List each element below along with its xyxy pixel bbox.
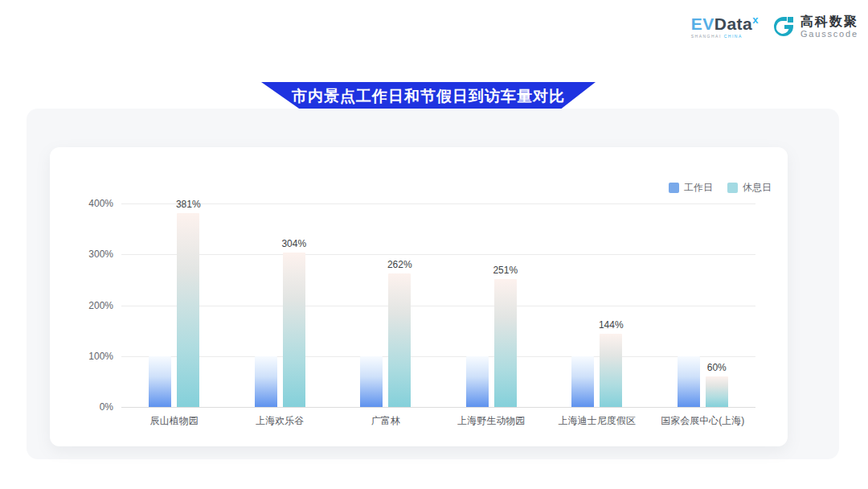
- chart-plot-area: 0%100%200%300%400%381%辰山植物园304%上海欢乐谷262%…: [121, 203, 755, 407]
- bar-group: 262%广富林: [360, 203, 411, 407]
- gausscode-en: Gausscode: [800, 29, 858, 39]
- x-axis-category-label: 上海野生动物园: [457, 414, 525, 428]
- gausscode-cn: 高科数聚: [800, 14, 858, 29]
- bar-group: 381%辰山植物园: [149, 203, 199, 407]
- gausscode-g-icon: [772, 14, 796, 39]
- bar-group: 60%国家会展中心(上海): [678, 203, 728, 407]
- legend-swatch: [727, 183, 738, 193]
- bar-workday[interactable]: [678, 356, 700, 407]
- page-title: 市内景点工作日和节假日到访车量对比: [292, 86, 565, 107]
- y-axis-tick: 400%: [88, 198, 113, 209]
- evdata-subtext: SHANGHAI CHINA: [691, 35, 759, 39]
- y-axis-tick: 300%: [88, 249, 113, 260]
- legend-item-休息日[interactable]: 休息日: [727, 181, 772, 195]
- bar-workday[interactable]: [360, 356, 383, 407]
- bar-group: 304%上海欢乐谷: [255, 203, 305, 407]
- legend-label: 休息日: [743, 181, 772, 195]
- chart-legend: 工作日休息日: [669, 181, 772, 195]
- bar-value-label: 262%: [387, 259, 412, 270]
- bar-restday[interactable]: 304%: [283, 253, 305, 407]
- legend-item-工作日[interactable]: 工作日: [669, 181, 713, 195]
- y-axis-tick: 0%: [100, 401, 113, 413]
- bar-group: 144%上海迪士尼度假区: [571, 203, 622, 407]
- page: EVDatax SHANGHAI CHINA 高科数聚 Gausscode 市内…: [0, 0, 868, 489]
- y-axis-tick: 200%: [88, 300, 113, 311]
- legend-label: 工作日: [684, 181, 713, 195]
- bar-value-label: 144%: [599, 319, 624, 331]
- x-axis-category-label: 上海迪士尼度假区: [559, 414, 636, 428]
- gridline-0%: [121, 407, 755, 408]
- bar-value-label: 304%: [281, 238, 306, 249]
- legend-swatch: [669, 183, 679, 193]
- bar-restday[interactable]: 381%: [177, 213, 199, 407]
- bar-workday[interactable]: [255, 356, 277, 407]
- chart-panel: 工作日休息日 0%100%200%300%400%381%辰山植物园304%上海…: [27, 109, 839, 459]
- bar-workday[interactable]: [571, 356, 594, 407]
- bar-workday[interactable]: [149, 356, 171, 407]
- bar-restday[interactable]: 251%: [494, 279, 517, 407]
- bar-restday[interactable]: 60%: [706, 376, 728, 407]
- x-axis-category-label: 辰山植物园: [150, 414, 199, 428]
- x-axis-category-label: 国家会展中心(上海): [661, 414, 744, 428]
- chart-card: 工作日休息日 0%100%200%300%400%381%辰山植物园304%上海…: [50, 147, 788, 446]
- bar-value-label: 60%: [707, 362, 727, 373]
- bar-restday[interactable]: 144%: [600, 334, 622, 407]
- evdata-wordmark: EVDatax: [691, 14, 759, 32]
- logo-bar: EVDatax SHANGHAI CHINA 高科数聚 Gausscode: [691, 14, 858, 39]
- bar-groups: 381%辰山植物园304%上海欢乐谷262%广富林251%上海野生动物园144%…: [121, 203, 755, 407]
- evdata-logo: EVDatax SHANGHAI CHINA: [691, 14, 759, 39]
- bar-value-label: 251%: [493, 265, 518, 276]
- x-axis-category-label: 上海欢乐谷: [256, 414, 304, 428]
- x-axis-category-label: 广富林: [371, 414, 400, 428]
- bar-restday[interactable]: 262%: [388, 273, 411, 407]
- gausscode-logo: 高科数聚 Gausscode: [772, 14, 858, 39]
- y-axis-tick: 100%: [88, 351, 113, 362]
- bar-workday[interactable]: [466, 356, 489, 407]
- bar-group: 251%上海野生动物园: [466, 203, 517, 407]
- gausscode-text: 高科数聚 Gausscode: [800, 14, 858, 39]
- title-banner: 市内景点工作日和节假日到访车量对比: [261, 82, 596, 110]
- bar-value-label: 381%: [176, 199, 201, 210]
